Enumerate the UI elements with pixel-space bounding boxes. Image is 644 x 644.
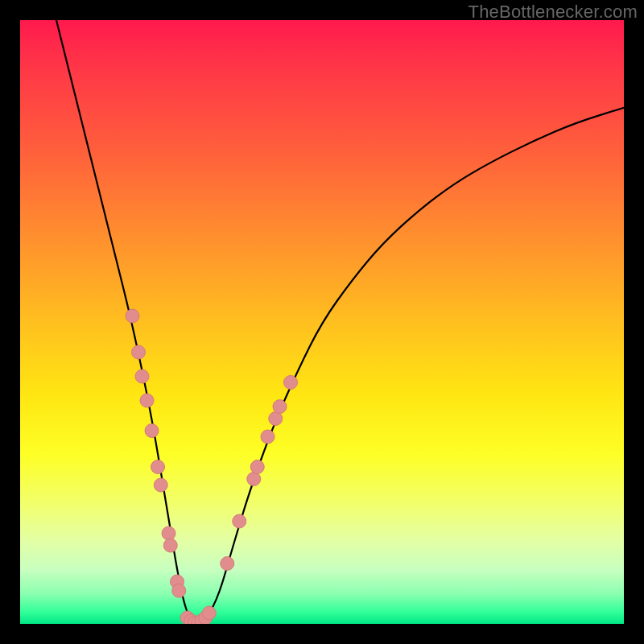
watermark-text: TheBottlenecker.com <box>469 2 638 23</box>
marker-dot <box>273 400 287 414</box>
marker-dot <box>202 606 216 620</box>
marker-dot <box>145 424 159 438</box>
bottleneck-chart <box>20 20 624 624</box>
marker-dot <box>162 526 175 540</box>
chart-area <box>20 20 624 624</box>
marker-dot <box>135 369 149 383</box>
marker-dot <box>221 557 234 571</box>
marker-dot <box>154 478 167 492</box>
marker-dot <box>250 460 264 474</box>
marker-dot <box>233 514 246 528</box>
marker-dot <box>247 473 261 486</box>
marker-dot <box>261 430 275 444</box>
marker-dot <box>284 376 298 390</box>
marker-dot <box>132 345 146 359</box>
marker-dot <box>163 539 177 552</box>
marker-dot <box>140 394 154 407</box>
marker-dot <box>269 412 283 426</box>
marker-dot <box>126 309 139 323</box>
marker-group <box>126 309 298 624</box>
marker-dot <box>172 584 186 597</box>
bottleneck-curve <box>56 20 624 624</box>
marker-dot <box>151 460 165 474</box>
